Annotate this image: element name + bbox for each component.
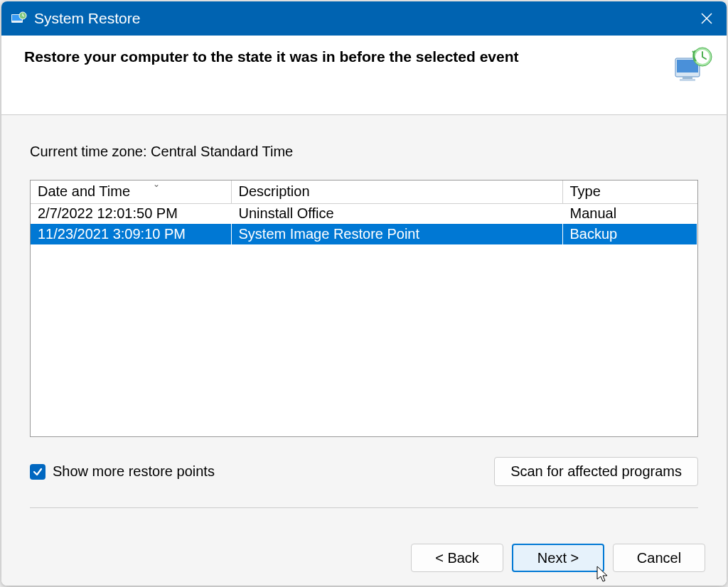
checkmark-icon [33, 467, 43, 477]
column-header-date-label: Date and Time [38, 183, 130, 199]
system-restore-icon [10, 10, 27, 27]
table-cell: 2/7/2022 12:01:50 PM [31, 203, 231, 224]
show-more-checkbox[interactable]: Show more restore points [30, 463, 215, 480]
table-row[interactable]: 2/7/2022 12:01:50 PMUninstall OfficeManu… [31, 203, 697, 224]
column-header-description[interactable]: Description [231, 181, 562, 203]
column-header-type[interactable]: Type [562, 181, 697, 203]
page-heading: Restore your computer to the state it wa… [24, 48, 621, 65]
svg-rect-5 [682, 77, 692, 79]
back-button[interactable]: < Back [411, 544, 503, 572]
next-button[interactable]: Next > [512, 544, 604, 572]
cancel-button[interactable]: Cancel [613, 544, 705, 572]
footer: < Back Next > Cancel [1, 530, 727, 586]
table-cell: System Image Restore Point [231, 224, 562, 244]
svg-rect-6 [680, 79, 695, 81]
system-restore-window: System Restore Restore your computer to … [1, 1, 727, 586]
table-cell: 11/23/2021 3:09:10 PM [31, 224, 231, 244]
sort-indicator-icon: ⌄ [153, 180, 160, 189]
checkbox-box [30, 464, 46, 480]
table-cell: Uninstall Office [231, 203, 562, 224]
cursor-icon [596, 565, 610, 583]
table-cell: Backup [562, 224, 697, 244]
separator [30, 507, 698, 508]
header-section: Restore your computer to the state it wa… [1, 36, 727, 115]
close-button[interactable] [687, 1, 727, 36]
close-icon [701, 13, 712, 24]
show-more-label: Show more restore points [53, 463, 215, 480]
table-row[interactable]: 11/23/2021 3:09:10 PMSystem Image Restor… [31, 224, 697, 244]
restore-header-icon [673, 45, 712, 85]
table-header-row: Date and Time ⌄ Description Type [31, 181, 697, 203]
options-row: Show more restore points Scan for affect… [30, 457, 698, 486]
restore-points-table: Date and Time ⌄ Description Type 2/7/202… [30, 180, 698, 437]
column-header-date[interactable]: Date and Time ⌄ [31, 181, 231, 203]
body-section: Current time zone: Central Standard Time… [1, 115, 727, 530]
timezone-label: Current time zone: Central Standard Time [30, 144, 698, 160]
window-title: System Restore [34, 10, 687, 27]
titlebar: System Restore [1, 1, 727, 36]
next-button-label: Next > [537, 550, 579, 566]
table-cell: Manual [562, 203, 697, 224]
scan-affected-programs-button[interactable]: Scan for affected programs [494, 457, 698, 486]
